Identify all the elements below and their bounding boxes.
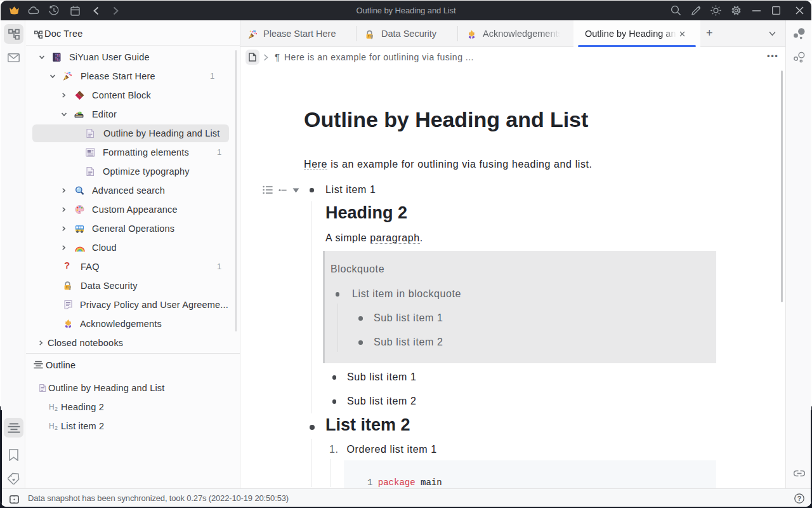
svg-text:?: ? (797, 495, 801, 502)
